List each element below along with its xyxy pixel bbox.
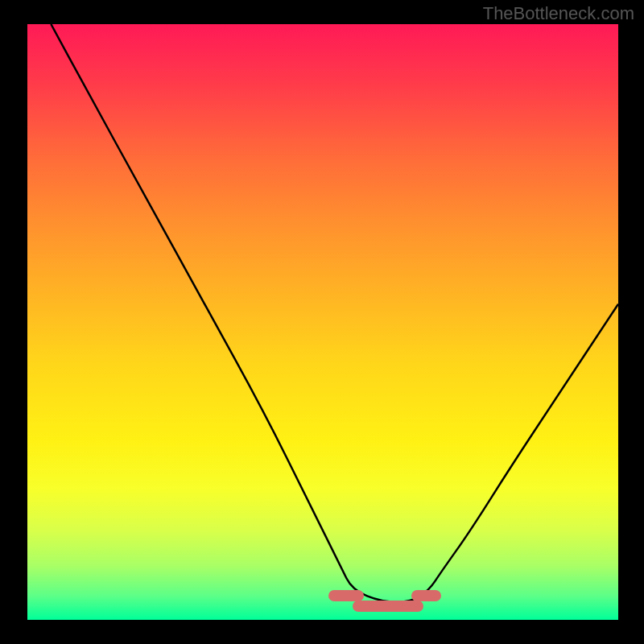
- highlight-segment: [353, 601, 423, 612]
- bottleneck-curve: [27, 24, 618, 620]
- plot-area: [27, 24, 618, 620]
- watermark-text: TheBottleneck.com: [483, 3, 634, 24]
- highlight-segment: [411, 590, 441, 601]
